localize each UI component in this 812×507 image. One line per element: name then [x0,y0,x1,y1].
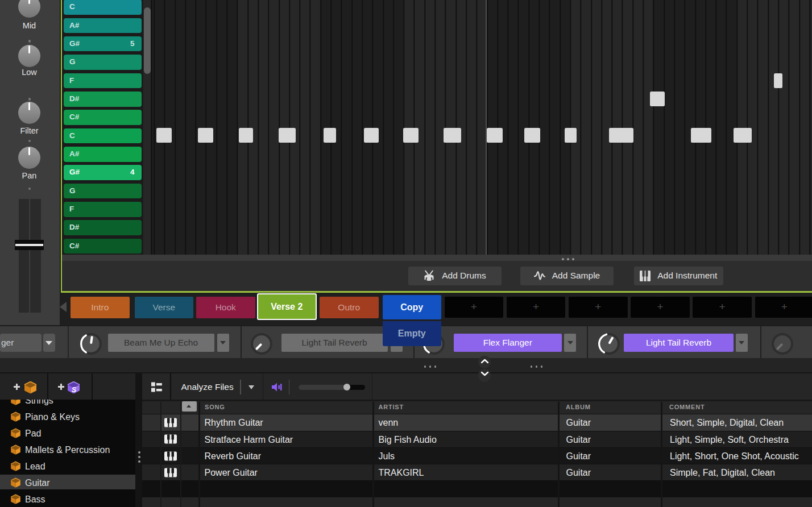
svg-text:S: S [72,386,76,394]
